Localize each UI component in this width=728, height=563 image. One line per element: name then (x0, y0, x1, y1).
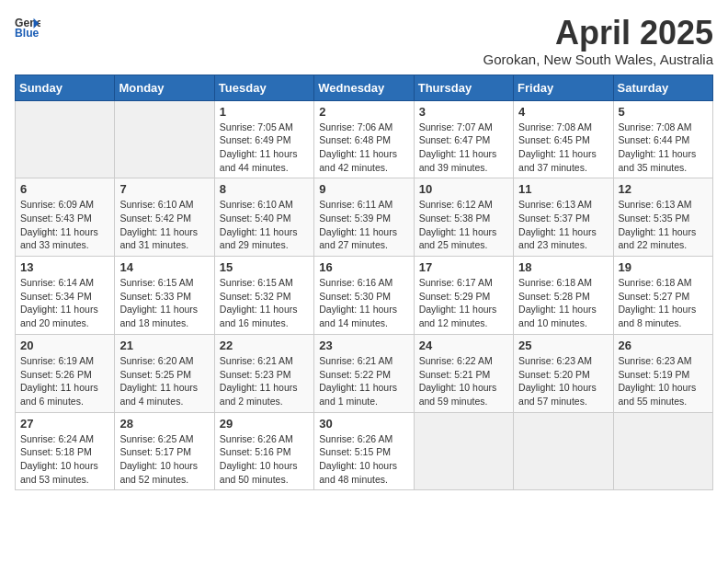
day-info: Sunrise: 6:14 AM Sunset: 5:34 PM Dayligh… (20, 276, 109, 330)
page-header: General Blue April 2025 Gorokan, New Sou… (15, 15, 713, 67)
calendar-cell (16, 100, 115, 178)
day-info: Sunrise: 6:21 AM Sunset: 5:22 PM Dayligh… (319, 354, 408, 408)
calendar-cell: 10Sunrise: 6:12 AM Sunset: 5:38 PM Dayli… (414, 178, 513, 257)
day-number: 7 (119, 182, 209, 196)
day-number: 24 (419, 339, 508, 352)
day-info: Sunrise: 6:15 AM Sunset: 5:32 PM Dayligh… (220, 276, 309, 330)
day-info: Sunrise: 6:18 AM Sunset: 5:27 PM Dayligh… (619, 276, 708, 330)
calendar-week-3: 13Sunrise: 6:14 AM Sunset: 5:34 PM Dayli… (16, 257, 713, 335)
calendar-header-tuesday: Tuesday (214, 75, 313, 100)
calendar-header-friday: Friday (514, 75, 613, 100)
calendar-week-1: 1Sunrise: 7:05 AM Sunset: 6:49 PM Daylig… (16, 100, 713, 178)
day-info: Sunrise: 6:15 AM Sunset: 5:33 PM Dayligh… (119, 276, 209, 330)
calendar-cell: 5Sunrise: 7:08 AM Sunset: 6:44 PM Daylig… (613, 100, 712, 178)
calendar-cell: 20Sunrise: 6:19 AM Sunset: 5:26 PM Dayli… (16, 334, 115, 412)
calendar-cell: 2Sunrise: 7:06 AM Sunset: 6:48 PM Daylig… (314, 100, 414, 178)
calendar-header-row: SundayMondayTuesdayWednesdayThursdayFrid… (16, 75, 713, 100)
calendar-cell: 21Sunrise: 6:20 AM Sunset: 5:25 PM Dayli… (115, 334, 214, 412)
calendar-cell: 14Sunrise: 6:15 AM Sunset: 5:33 PM Dayli… (115, 257, 214, 335)
calendar-cell: 23Sunrise: 6:21 AM Sunset: 5:22 PM Dayli… (314, 334, 414, 412)
day-info: Sunrise: 7:05 AM Sunset: 6:49 PM Dayligh… (220, 121, 309, 175)
day-info: Sunrise: 7:08 AM Sunset: 6:44 PM Dayligh… (619, 121, 708, 175)
day-number: 17 (419, 260, 508, 274)
svg-text:Blue: Blue (15, 27, 40, 40)
calendar-header-sunday: Sunday (16, 75, 115, 100)
day-number: 29 (220, 417, 309, 431)
calendar-cell: 26Sunrise: 6:23 AM Sunset: 5:19 PM Dayli… (613, 334, 712, 412)
calendar-header-saturday: Saturday (613, 75, 712, 100)
day-number: 22 (220, 339, 309, 352)
day-number: 26 (619, 339, 708, 352)
day-number: 18 (518, 260, 608, 274)
location-title: Gorokan, New South Wales, Australia (483, 52, 713, 67)
day-info: Sunrise: 6:10 AM Sunset: 5:40 PM Dayligh… (220, 198, 309, 252)
calendar-cell: 12Sunrise: 6:13 AM Sunset: 5:35 PM Dayli… (613, 178, 712, 257)
logo-icon: General Blue (15, 15, 40, 40)
logo: General Blue (15, 15, 40, 40)
day-number: 11 (518, 182, 608, 196)
month-title: April 2025 (483, 15, 713, 52)
calendar-cell: 4Sunrise: 7:08 AM Sunset: 6:45 PM Daylig… (514, 100, 613, 178)
day-info: Sunrise: 7:07 AM Sunset: 6:47 PM Dayligh… (419, 121, 508, 175)
calendar-cell: 17Sunrise: 6:17 AM Sunset: 5:29 PM Dayli… (414, 257, 513, 335)
day-number: 12 (619, 182, 708, 196)
day-info: Sunrise: 6:26 AM Sunset: 5:15 PM Dayligh… (319, 432, 408, 487)
calendar-cell: 8Sunrise: 6:10 AM Sunset: 5:40 PM Daylig… (214, 178, 313, 257)
day-info: Sunrise: 7:06 AM Sunset: 6:48 PM Dayligh… (319, 121, 408, 175)
day-number: 21 (119, 339, 209, 352)
day-info: Sunrise: 7:08 AM Sunset: 6:45 PM Dayligh… (518, 121, 608, 175)
day-number: 30 (319, 417, 408, 431)
calendar-cell: 9Sunrise: 6:11 AM Sunset: 5:39 PM Daylig… (314, 178, 414, 257)
day-number: 28 (119, 417, 209, 431)
day-info: Sunrise: 6:24 AM Sunset: 5:18 PM Dayligh… (20, 432, 109, 487)
day-number: 14 (119, 260, 209, 274)
day-info: Sunrise: 6:20 AM Sunset: 5:25 PM Dayligh… (119, 354, 209, 408)
calendar-cell: 15Sunrise: 6:15 AM Sunset: 5:32 PM Dayli… (214, 257, 313, 335)
day-number: 8 (220, 182, 309, 196)
calendar-cell: 25Sunrise: 6:23 AM Sunset: 5:20 PM Dayli… (514, 334, 613, 412)
calendar-cell: 13Sunrise: 6:14 AM Sunset: 5:34 PM Dayli… (16, 257, 115, 335)
calendar-cell: 1Sunrise: 7:05 AM Sunset: 6:49 PM Daylig… (214, 100, 313, 178)
calendar-cell: 6Sunrise: 6:09 AM Sunset: 5:43 PM Daylig… (16, 178, 115, 257)
calendar-cell: 16Sunrise: 6:16 AM Sunset: 5:30 PM Dayli… (314, 257, 414, 335)
day-number: 13 (20, 260, 109, 274)
title-block: April 2025 Gorokan, New South Wales, Aus… (483, 15, 713, 67)
day-info: Sunrise: 6:23 AM Sunset: 5:20 PM Dayligh… (518, 354, 608, 408)
calendar-cell: 29Sunrise: 6:26 AM Sunset: 5:16 PM Dayli… (214, 412, 313, 490)
day-number: 27 (20, 417, 109, 431)
day-number: 5 (619, 105, 708, 119)
calendar-cell (414, 412, 513, 490)
day-number: 16 (319, 260, 408, 274)
calendar-cell: 19Sunrise: 6:18 AM Sunset: 5:27 PM Dayli… (613, 257, 712, 335)
day-info: Sunrise: 6:22 AM Sunset: 5:21 PM Dayligh… (419, 354, 508, 408)
day-info: Sunrise: 6:09 AM Sunset: 5:43 PM Dayligh… (20, 198, 109, 252)
day-info: Sunrise: 6:18 AM Sunset: 5:28 PM Dayligh… (518, 276, 608, 330)
day-number: 2 (319, 105, 408, 119)
day-info: Sunrise: 6:25 AM Sunset: 5:17 PM Dayligh… (119, 432, 209, 487)
day-info: Sunrise: 6:19 AM Sunset: 5:26 PM Dayligh… (20, 354, 109, 408)
day-number: 23 (319, 339, 408, 352)
calendar-cell: 27Sunrise: 6:24 AM Sunset: 5:18 PM Dayli… (16, 412, 115, 490)
calendar-cell: 22Sunrise: 6:21 AM Sunset: 5:23 PM Dayli… (214, 334, 313, 412)
calendar-header-wednesday: Wednesday (314, 75, 414, 100)
day-info: Sunrise: 6:12 AM Sunset: 5:38 PM Dayligh… (419, 198, 508, 252)
calendar-cell: 3Sunrise: 7:07 AM Sunset: 6:47 PM Daylig… (414, 100, 513, 178)
day-number: 15 (220, 260, 309, 274)
day-number: 4 (518, 105, 608, 119)
day-number: 20 (20, 339, 109, 352)
calendar-cell: 18Sunrise: 6:18 AM Sunset: 5:28 PM Dayli… (514, 257, 613, 335)
day-info: Sunrise: 6:16 AM Sunset: 5:30 PM Dayligh… (319, 276, 408, 330)
day-number: 6 (20, 182, 109, 196)
day-info: Sunrise: 6:21 AM Sunset: 5:23 PM Dayligh… (220, 354, 309, 408)
calendar-cell: 30Sunrise: 6:26 AM Sunset: 5:15 PM Dayli… (314, 412, 414, 490)
day-info: Sunrise: 6:26 AM Sunset: 5:16 PM Dayligh… (220, 432, 309, 487)
calendar-cell: 7Sunrise: 6:10 AM Sunset: 5:42 PM Daylig… (115, 178, 214, 257)
day-number: 10 (419, 182, 508, 196)
day-number: 19 (619, 260, 708, 274)
day-info: Sunrise: 6:23 AM Sunset: 5:19 PM Dayligh… (619, 354, 708, 408)
calendar-week-2: 6Sunrise: 6:09 AM Sunset: 5:43 PM Daylig… (16, 178, 713, 257)
calendar-cell (613, 412, 712, 490)
day-info: Sunrise: 6:11 AM Sunset: 5:39 PM Dayligh… (319, 198, 408, 252)
calendar-cell: 28Sunrise: 6:25 AM Sunset: 5:17 PM Dayli… (115, 412, 214, 490)
calendar-table: SundayMondayTuesdayWednesdayThursdayFrid… (15, 75, 713, 491)
